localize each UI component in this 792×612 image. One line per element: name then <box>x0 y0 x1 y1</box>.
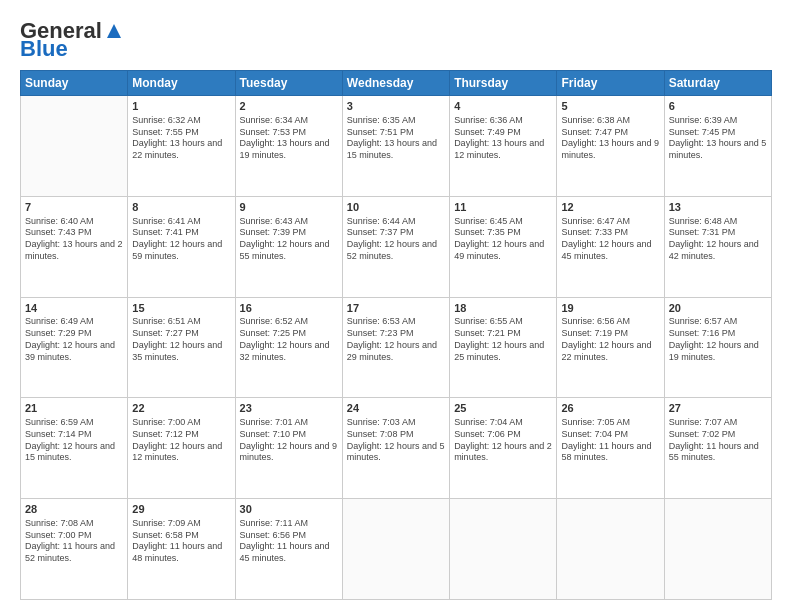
day-cell: 4Sunrise: 6:36 AMSunset: 7:49 PMDaylight… <box>450 96 557 197</box>
cell-info: Sunrise: 6:35 AMSunset: 7:51 PMDaylight:… <box>347 115 445 162</box>
day-number: 11 <box>454 200 552 215</box>
cell-info: Sunrise: 6:36 AMSunset: 7:49 PMDaylight:… <box>454 115 552 162</box>
day-cell: 29Sunrise: 7:09 AMSunset: 6:58 PMDayligh… <box>128 499 235 600</box>
cell-info: Sunrise: 6:53 AMSunset: 7:23 PMDaylight:… <box>347 316 445 363</box>
cell-info: Sunrise: 6:57 AMSunset: 7:16 PMDaylight:… <box>669 316 767 363</box>
day-number: 30 <box>240 502 338 517</box>
weekday-header-sunday: Sunday <box>21 71 128 96</box>
day-number: 25 <box>454 401 552 416</box>
weekday-header-row: SundayMondayTuesdayWednesdayThursdayFrid… <box>21 71 772 96</box>
cell-info: Sunrise: 6:32 AMSunset: 7:55 PMDaylight:… <box>132 115 230 162</box>
day-cell: 8Sunrise: 6:41 AMSunset: 7:41 PMDaylight… <box>128 196 235 297</box>
weekday-header-thursday: Thursday <box>450 71 557 96</box>
day-number: 1 <box>132 99 230 114</box>
logo-triangle-icon <box>103 20 125 42</box>
day-number: 14 <box>25 301 123 316</box>
week-row-5: 28Sunrise: 7:08 AMSunset: 7:00 PMDayligh… <box>21 499 772 600</box>
day-cell: 1Sunrise: 6:32 AMSunset: 7:55 PMDaylight… <box>128 96 235 197</box>
day-cell: 23Sunrise: 7:01 AMSunset: 7:10 PMDayligh… <box>235 398 342 499</box>
day-number: 7 <box>25 200 123 215</box>
day-number: 15 <box>132 301 230 316</box>
cell-info: Sunrise: 6:38 AMSunset: 7:47 PMDaylight:… <box>561 115 659 162</box>
day-cell: 10Sunrise: 6:44 AMSunset: 7:37 PMDayligh… <box>342 196 449 297</box>
day-cell: 6Sunrise: 6:39 AMSunset: 7:45 PMDaylight… <box>664 96 771 197</box>
cell-info: Sunrise: 6:59 AMSunset: 7:14 PMDaylight:… <box>25 417 123 464</box>
svg-marker-0 <box>107 24 121 38</box>
day-number: 4 <box>454 99 552 114</box>
day-cell: 14Sunrise: 6:49 AMSunset: 7:29 PMDayligh… <box>21 297 128 398</box>
page: General Blue SundayMondayTuesdayWednesda… <box>0 0 792 612</box>
day-number: 13 <box>669 200 767 215</box>
day-number: 3 <box>347 99 445 114</box>
cell-info: Sunrise: 7:08 AMSunset: 7:00 PMDaylight:… <box>25 518 123 565</box>
cell-info: Sunrise: 6:40 AMSunset: 7:43 PMDaylight:… <box>25 216 123 263</box>
header: General Blue <box>20 18 772 60</box>
week-row-3: 14Sunrise: 6:49 AMSunset: 7:29 PMDayligh… <box>21 297 772 398</box>
weekday-header-tuesday: Tuesday <box>235 71 342 96</box>
day-number: 10 <box>347 200 445 215</box>
cell-info: Sunrise: 6:51 AMSunset: 7:27 PMDaylight:… <box>132 316 230 363</box>
day-number: 5 <box>561 99 659 114</box>
day-cell: 28Sunrise: 7:08 AMSunset: 7:00 PMDayligh… <box>21 499 128 600</box>
day-cell: 17Sunrise: 6:53 AMSunset: 7:23 PMDayligh… <box>342 297 449 398</box>
day-number: 2 <box>240 99 338 114</box>
day-number: 18 <box>454 301 552 316</box>
weekday-header-saturday: Saturday <box>664 71 771 96</box>
day-cell: 21Sunrise: 6:59 AMSunset: 7:14 PMDayligh… <box>21 398 128 499</box>
day-cell: 22Sunrise: 7:00 AMSunset: 7:12 PMDayligh… <box>128 398 235 499</box>
day-cell <box>450 499 557 600</box>
cell-info: Sunrise: 7:11 AMSunset: 6:56 PMDaylight:… <box>240 518 338 565</box>
day-number: 22 <box>132 401 230 416</box>
day-cell: 27Sunrise: 7:07 AMSunset: 7:02 PMDayligh… <box>664 398 771 499</box>
day-cell: 12Sunrise: 6:47 AMSunset: 7:33 PMDayligh… <box>557 196 664 297</box>
day-cell: 2Sunrise: 6:34 AMSunset: 7:53 PMDaylight… <box>235 96 342 197</box>
cell-info: Sunrise: 7:01 AMSunset: 7:10 PMDaylight:… <box>240 417 338 464</box>
weekday-header-wednesday: Wednesday <box>342 71 449 96</box>
cell-info: Sunrise: 6:55 AMSunset: 7:21 PMDaylight:… <box>454 316 552 363</box>
day-cell: 15Sunrise: 6:51 AMSunset: 7:27 PMDayligh… <box>128 297 235 398</box>
day-cell: 30Sunrise: 7:11 AMSunset: 6:56 PMDayligh… <box>235 499 342 600</box>
day-number: 23 <box>240 401 338 416</box>
cell-info: Sunrise: 6:47 AMSunset: 7:33 PMDaylight:… <box>561 216 659 263</box>
day-number: 21 <box>25 401 123 416</box>
day-number: 26 <box>561 401 659 416</box>
cell-info: Sunrise: 7:05 AMSunset: 7:04 PMDaylight:… <box>561 417 659 464</box>
day-cell <box>21 96 128 197</box>
day-cell: 25Sunrise: 7:04 AMSunset: 7:06 PMDayligh… <box>450 398 557 499</box>
day-cell: 7Sunrise: 6:40 AMSunset: 7:43 PMDaylight… <box>21 196 128 297</box>
day-cell <box>557 499 664 600</box>
day-number: 29 <box>132 502 230 517</box>
day-number: 16 <box>240 301 338 316</box>
day-number: 19 <box>561 301 659 316</box>
week-row-1: 1Sunrise: 6:32 AMSunset: 7:55 PMDaylight… <box>21 96 772 197</box>
day-cell: 26Sunrise: 7:05 AMSunset: 7:04 PMDayligh… <box>557 398 664 499</box>
cell-info: Sunrise: 7:09 AMSunset: 6:58 PMDaylight:… <box>132 518 230 565</box>
cell-info: Sunrise: 6:45 AMSunset: 7:35 PMDaylight:… <box>454 216 552 263</box>
day-cell: 13Sunrise: 6:48 AMSunset: 7:31 PMDayligh… <box>664 196 771 297</box>
cell-info: Sunrise: 6:39 AMSunset: 7:45 PMDaylight:… <box>669 115 767 162</box>
cell-info: Sunrise: 7:04 AMSunset: 7:06 PMDaylight:… <box>454 417 552 464</box>
day-number: 28 <box>25 502 123 517</box>
day-cell: 20Sunrise: 6:57 AMSunset: 7:16 PMDayligh… <box>664 297 771 398</box>
cell-info: Sunrise: 6:41 AMSunset: 7:41 PMDaylight:… <box>132 216 230 263</box>
cell-info: Sunrise: 6:56 AMSunset: 7:19 PMDaylight:… <box>561 316 659 363</box>
day-cell: 18Sunrise: 6:55 AMSunset: 7:21 PMDayligh… <box>450 297 557 398</box>
day-cell: 3Sunrise: 6:35 AMSunset: 7:51 PMDaylight… <box>342 96 449 197</box>
day-cell <box>664 499 771 600</box>
day-cell: 16Sunrise: 6:52 AMSunset: 7:25 PMDayligh… <box>235 297 342 398</box>
day-cell: 5Sunrise: 6:38 AMSunset: 7:47 PMDaylight… <box>557 96 664 197</box>
day-number: 17 <box>347 301 445 316</box>
cell-info: Sunrise: 6:43 AMSunset: 7:39 PMDaylight:… <box>240 216 338 263</box>
cell-info: Sunrise: 6:49 AMSunset: 7:29 PMDaylight:… <box>25 316 123 363</box>
cell-info: Sunrise: 7:03 AMSunset: 7:08 PMDaylight:… <box>347 417 445 464</box>
day-cell <box>342 499 449 600</box>
day-cell: 24Sunrise: 7:03 AMSunset: 7:08 PMDayligh… <box>342 398 449 499</box>
week-row-2: 7Sunrise: 6:40 AMSunset: 7:43 PMDaylight… <box>21 196 772 297</box>
weekday-header-friday: Friday <box>557 71 664 96</box>
day-cell: 19Sunrise: 6:56 AMSunset: 7:19 PMDayligh… <box>557 297 664 398</box>
cell-info: Sunrise: 6:34 AMSunset: 7:53 PMDaylight:… <box>240 115 338 162</box>
week-row-4: 21Sunrise: 6:59 AMSunset: 7:14 PMDayligh… <box>21 398 772 499</box>
calendar-table: SundayMondayTuesdayWednesdayThursdayFrid… <box>20 70 772 600</box>
cell-info: Sunrise: 6:44 AMSunset: 7:37 PMDaylight:… <box>347 216 445 263</box>
cell-info: Sunrise: 7:07 AMSunset: 7:02 PMDaylight:… <box>669 417 767 464</box>
